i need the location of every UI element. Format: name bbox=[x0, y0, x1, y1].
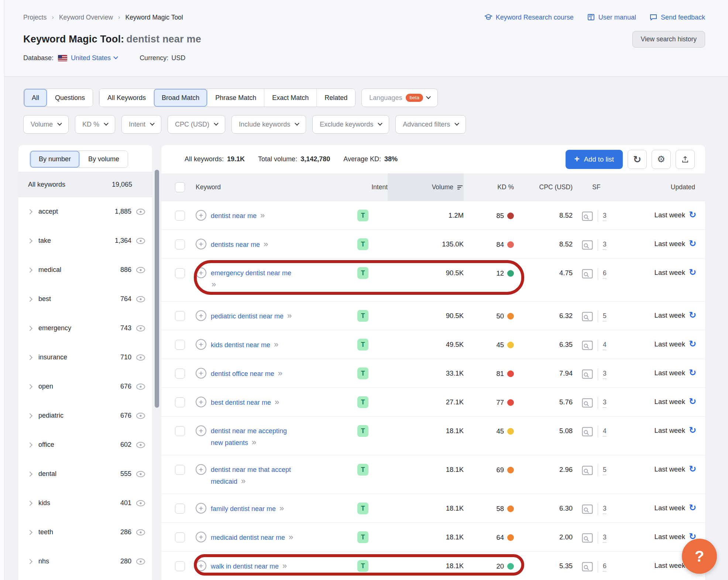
column-header-intent[interactable]: Intent bbox=[354, 183, 388, 191]
sf-count[interactable]: 3 bbox=[603, 370, 607, 379]
keyword-group-item[interactable]: best 764 bbox=[18, 284, 152, 314]
keyword-link[interactable]: kids dentist near me bbox=[211, 341, 270, 349]
row-checkbox[interactable] bbox=[175, 211, 185, 221]
eye-icon[interactable] bbox=[136, 442, 145, 448]
keyword-group-item[interactable]: pediatric 676 bbox=[18, 401, 152, 430]
refresh-button[interactable]: ↻ bbox=[628, 150, 647, 169]
row-checkbox[interactable] bbox=[175, 397, 185, 407]
refresh-metrics-icon[interactable]: ↻ bbox=[689, 311, 696, 319]
column-header-sf[interactable]: SF bbox=[573, 183, 620, 191]
row-checkbox[interactable] bbox=[175, 561, 185, 571]
keyword-link[interactable]: emergency dentist near me bbox=[211, 269, 291, 277]
database-selector[interactable]: United States bbox=[71, 54, 117, 62]
serp-features-icon[interactable] bbox=[582, 466, 593, 475]
view-search-history-button[interactable]: View search history bbox=[632, 31, 705, 48]
keyword-group-item[interactable]: take 1,364 bbox=[18, 226, 152, 255]
sf-count[interactable]: 4 bbox=[603, 341, 607, 350]
languages-dropdown[interactable]: Languages beta bbox=[361, 89, 437, 107]
expand-keyword-icon[interactable]: » bbox=[212, 279, 291, 290]
breadcrumb-keyword-overview[interactable]: Keyword Overview bbox=[59, 14, 113, 21]
filter-dropdown[interactable]: Volume bbox=[23, 115, 69, 134]
question-filter-tab[interactable]: Questions bbox=[47, 89, 93, 107]
sf-count[interactable]: 3 bbox=[603, 212, 607, 221]
column-header-volume[interactable]: Volume bbox=[388, 173, 464, 201]
serp-features-icon[interactable] bbox=[582, 341, 593, 350]
match-type-tab[interactable]: All Keywords bbox=[99, 89, 154, 107]
sidebar-sort-tab[interactable]: By volume bbox=[79, 151, 128, 168]
add-keyword-icon[interactable]: + bbox=[196, 503, 206, 514]
add-keyword-icon[interactable]: + bbox=[196, 239, 206, 249]
filter-dropdown[interactable]: CPC (USD) bbox=[168, 115, 225, 134]
filter-dropdown[interactable]: Advanced filters bbox=[395, 115, 466, 134]
add-keyword-icon[interactable]: + bbox=[196, 425, 206, 436]
eye-icon[interactable] bbox=[136, 325, 145, 332]
serp-features-icon[interactable] bbox=[582, 240, 593, 250]
keyword-link[interactable]: dentist near me that accept medicaid bbox=[211, 466, 291, 485]
serp-features-icon[interactable] bbox=[582, 533, 593, 543]
filter-dropdown[interactable]: Exclude keywords bbox=[312, 115, 389, 134]
keyword-group-item[interactable]: insurance 710 bbox=[18, 343, 152, 372]
refresh-metrics-icon[interactable]: ↻ bbox=[689, 269, 696, 276]
refresh-metrics-icon[interactable]: ↻ bbox=[689, 504, 696, 511]
expand-keyword-icon[interactable]: » bbox=[279, 504, 284, 513]
column-header-keyword[interactable]: Keyword bbox=[196, 183, 354, 191]
refresh-metrics-icon[interactable]: ↻ bbox=[689, 211, 696, 218]
row-checkbox[interactable] bbox=[175, 369, 185, 379]
refresh-metrics-icon[interactable]: ↻ bbox=[689, 240, 696, 247]
eye-icon[interactable] bbox=[136, 208, 145, 215]
refresh-metrics-icon[interactable]: ↻ bbox=[689, 369, 696, 376]
filter-dropdown[interactable]: KD % bbox=[75, 115, 115, 134]
eye-icon[interactable] bbox=[136, 500, 145, 507]
add-to-list-button[interactable]: + Add to list bbox=[566, 150, 623, 169]
add-keyword-icon[interactable]: + bbox=[196, 267, 206, 278]
add-keyword-icon[interactable]: + bbox=[196, 560, 206, 571]
keyword-link[interactable]: dentist office near me bbox=[211, 370, 274, 377]
select-all-checkbox[interactable] bbox=[175, 182, 185, 192]
row-checkbox[interactable] bbox=[175, 268, 185, 278]
keyword-group-item[interactable]: office 602 bbox=[18, 430, 152, 459]
row-checkbox[interactable] bbox=[175, 504, 185, 514]
help-button[interactable]: ? bbox=[682, 539, 717, 574]
all-keywords-row[interactable]: All keywords 19,065 bbox=[18, 172, 152, 197]
keyword-link[interactable]: dentists near me bbox=[211, 241, 260, 248]
add-keyword-icon[interactable]: + bbox=[196, 464, 206, 475]
keyword-link[interactable]: dentist near me accepting new patients bbox=[211, 427, 287, 446]
column-header-kd[interactable]: KD % bbox=[464, 183, 514, 191]
sf-count[interactable]: 6 bbox=[603, 269, 607, 279]
keyword-group-item[interactable]: open 676 bbox=[18, 372, 152, 401]
export-button[interactable] bbox=[676, 150, 695, 169]
filter-dropdown[interactable]: Include keywords bbox=[231, 115, 306, 134]
filter-dropdown[interactable]: Intent bbox=[121, 115, 161, 134]
serp-features-icon[interactable] bbox=[582, 398, 593, 408]
add-keyword-icon[interactable]: + bbox=[196, 339, 206, 350]
row-checkbox[interactable] bbox=[175, 311, 185, 321]
expand-keyword-icon[interactable]: » bbox=[264, 239, 268, 249]
refresh-metrics-icon[interactable]: ↻ bbox=[689, 340, 696, 348]
row-checkbox[interactable] bbox=[175, 465, 185, 475]
expand-keyword-icon[interactable]: » bbox=[241, 476, 245, 486]
serp-features-icon[interactable] bbox=[582, 269, 593, 279]
expand-keyword-icon[interactable]: » bbox=[274, 340, 278, 349]
keyword-group-item[interactable]: emergency 743 bbox=[18, 314, 152, 343]
keyword-group-item[interactable]: teeth 286 bbox=[18, 518, 152, 547]
settings-button[interactable]: ⚙ bbox=[652, 150, 671, 169]
eye-icon[interactable] bbox=[136, 238, 145, 244]
keyword-link[interactable]: best dentist near me bbox=[211, 399, 271, 406]
column-header-cpc[interactable]: CPC (USD) bbox=[514, 183, 573, 191]
sf-count[interactable]: 5 bbox=[603, 312, 607, 321]
sf-count[interactable]: 3 bbox=[603, 241, 607, 250]
eye-icon[interactable] bbox=[136, 558, 145, 565]
keyword-link[interactable]: family dentist near me bbox=[211, 505, 276, 512]
serp-features-icon[interactable] bbox=[582, 427, 593, 436]
keyword-group-item[interactable]: accept 1,885 bbox=[18, 197, 152, 226]
refresh-metrics-icon[interactable]: ↻ bbox=[689, 465, 696, 473]
refresh-metrics-icon[interactable]: ↻ bbox=[689, 427, 696, 434]
add-keyword-icon[interactable]: + bbox=[196, 210, 206, 221]
sidebar-scrollbar[interactable] bbox=[155, 170, 159, 408]
keyword-group-item[interactable]: medical 886 bbox=[18, 255, 152, 284]
expand-keyword-icon[interactable]: » bbox=[287, 311, 291, 320]
match-type-tab[interactable]: Phrase Match bbox=[207, 89, 264, 107]
match-type-tab[interactable]: Related bbox=[316, 89, 355, 107]
eye-icon[interactable] bbox=[136, 383, 145, 390]
eye-icon[interactable] bbox=[136, 471, 145, 477]
